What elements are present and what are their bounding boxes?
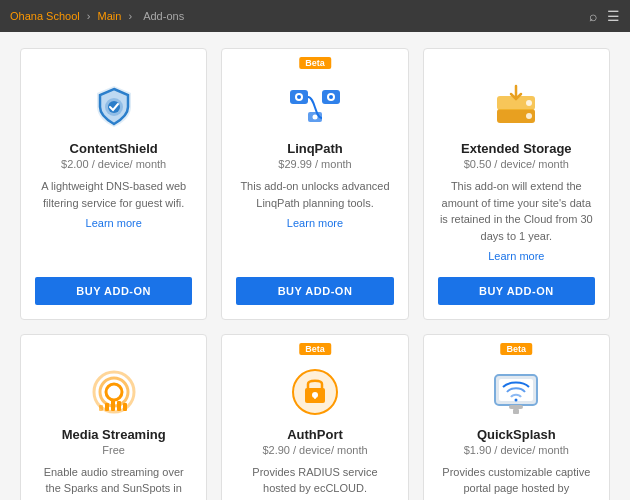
card-title-media-streaming: Media Streaming [62,427,166,442]
svg-rect-21 [99,405,103,411]
svg-rect-17 [105,403,109,411]
extended-storage-icon [489,79,543,133]
svg-rect-30 [509,405,523,409]
svg-point-16 [106,384,122,400]
main-content: ContentShield $2.00 / device/ month A li… [0,32,630,500]
breadcrumb-current: Add-ons [143,10,184,22]
card-price-authport: $2.90 / device/ month [262,444,367,456]
cards-grid: ContentShield $2.00 / device/ month A li… [20,48,610,500]
breadcrumb: Ohana School › Main › Add-ons [10,10,188,22]
contentshield-icon [87,79,141,133]
card-desc-authport: Provides RADIUS service hosted by ecCLOU… [236,464,393,501]
learn-more-linqpath[interactable]: Learn more [236,215,393,232]
svg-rect-31 [513,409,519,414]
card-btn-linqpath[interactable]: BUY ADD-ON [236,277,393,305]
learn-more-contentshield[interactable]: Learn more [35,215,192,232]
card-title-contentshield: ContentShield [70,141,158,156]
card-title-extended-storage: Extended Storage [461,141,572,156]
svg-rect-20 [123,403,127,411]
card-title-linqpath: LinqPath [287,141,343,156]
card-title-authport: AuthPort [287,427,343,442]
card-linqpath: Beta LinqPath $29.99 / month This add-on… [221,48,408,320]
breadcrumb-link-main[interactable]: Main [98,10,122,22]
beta-badge: Beta [299,343,331,355]
quicksplash-icon [489,365,543,419]
card-authport: Beta AuthPort $2.90 / device/ month Prov… [221,334,408,501]
card-quicksplash: Beta QuickSplash $1.90 / device/ month P… [423,334,610,501]
beta-badge: Beta [501,343,533,355]
authport-icon [288,365,342,419]
beta-badge: Beta [299,57,331,69]
search-icon[interactable]: ⌕ [589,8,597,24]
svg-rect-18 [111,399,115,411]
svg-point-7 [329,95,333,99]
card-title-quicksplash: QuickSplash [477,427,556,442]
card-extended-storage: Extended Storage $0.50 / device/ month T… [423,48,610,320]
svg-point-29 [515,398,518,401]
card-price-quicksplash: $1.90 / device/ month [464,444,569,456]
breadcrumb-link-school[interactable]: Ohana School [10,10,80,22]
user-icon[interactable]: ☰ [607,8,620,24]
svg-point-13 [526,100,532,106]
card-price-extended-storage: $0.50 / device/ month [464,158,569,170]
svg-rect-26 [314,395,316,399]
card-contentshield: ContentShield $2.00 / device/ month A li… [20,48,207,320]
svg-point-9 [312,115,317,120]
svg-point-12 [526,113,532,119]
card-desc-contentshield: A lightweight DNS-based web filtering se… [35,178,192,265]
card-price-media-streaming: Free [102,444,125,456]
card-btn-extended-storage[interactable]: BUY ADD-ON [438,277,595,305]
top-bar-icons: ⌕ ☰ [589,8,620,24]
svg-rect-19 [117,401,121,411]
card-desc-extended-storage: This add-on will extend the amount of ti… [438,178,595,265]
media-streaming-icon [87,365,141,419]
svg-point-6 [297,95,301,99]
card-price-contentshield: $2.00 / device/ month [61,158,166,170]
card-media-streaming: Media Streaming Free Enable audio stream… [20,334,207,501]
top-bar: Ohana School › Main › Add-ons ⌕ ☰ [0,0,630,32]
card-btn-contentshield[interactable]: BUY ADD-ON [35,277,192,305]
learn-more-extended-storage[interactable]: Learn more [438,248,595,265]
card-desc-media-streaming: Enable audio streaming over the Sparks a… [35,464,192,501]
card-desc-quicksplash: Provides customizable captive portal pag… [438,464,595,501]
linqpath-icon [288,79,342,133]
card-price-linqpath: $29.99 / month [278,158,351,170]
card-desc-linqpath: This add-on unlocks advanced LinqPath pl… [236,178,393,265]
